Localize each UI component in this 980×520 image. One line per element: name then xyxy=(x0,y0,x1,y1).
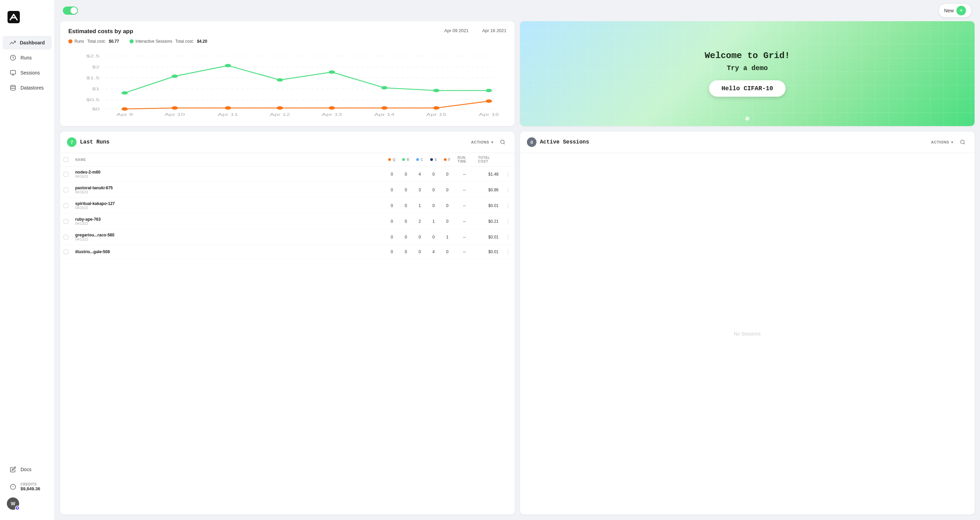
svg-point-42 xyxy=(381,106,388,110)
run-c: 1 xyxy=(413,198,427,213)
svg-point-32 xyxy=(277,78,283,82)
demo-button[interactable]: Hello CIFAR-10 xyxy=(709,80,785,97)
table-header-row: NAME Q R C S xyxy=(60,153,515,166)
col-runtime-header: RUN TIME xyxy=(454,153,475,166)
table-row[interactable]: pastoral-tanuki-675 04/16/21 0 0 3 0 0 -… xyxy=(60,182,515,198)
run-name: spiritual-kakapo-127 xyxy=(75,201,381,206)
sidebar-bottom: Docs CREDITS $9,849.36 W xyxy=(0,459,54,513)
run-r: 0 xyxy=(399,198,413,213)
run-c: 4 xyxy=(413,166,427,182)
plus-icon: + xyxy=(956,6,966,15)
run-name-cell: spiritual-kakapo-127 04/15/21 xyxy=(72,198,385,213)
svg-point-35 xyxy=(433,89,439,92)
table-row[interactable]: ruby-ape-763 04/13/21 0 0 2 1 0 -- $0.21… xyxy=(60,213,515,229)
header-checkbox[interactable] xyxy=(64,157,68,162)
run-cost: $0.01 xyxy=(475,198,502,213)
run-q: 0 xyxy=(385,198,399,213)
svg-point-29 xyxy=(122,91,128,95)
three-dots-icon[interactable]: ⋮ xyxy=(505,171,511,177)
run-s: 0 xyxy=(427,229,441,245)
run-c: 2 xyxy=(413,213,427,229)
svg-point-36 xyxy=(486,89,492,92)
sidebar-item-dashboard[interactable]: Dashboard xyxy=(3,36,52,49)
sidebar-item-sessions-label: Sessions xyxy=(21,70,40,75)
new-button[interactable]: New + xyxy=(938,3,972,18)
svg-point-34 xyxy=(381,86,388,89)
run-f: 0 xyxy=(441,198,454,213)
three-dots-icon[interactable]: ⋮ xyxy=(505,234,511,240)
run-s: 4 xyxy=(427,245,441,259)
chevron-down-icon: ▼ xyxy=(951,140,954,144)
three-dots-icon[interactable]: ⋮ xyxy=(505,203,511,208)
credits-info: CREDITS $9,849.36 xyxy=(21,482,40,491)
runs-title: Last Runs xyxy=(80,139,468,145)
toggle-track[interactable] xyxy=(63,6,78,15)
legend-label-runs: Runs xyxy=(75,39,84,44)
svg-point-47 xyxy=(961,140,964,144)
run-menu[interactable]: ⋮ xyxy=(502,182,515,198)
runs-search-button[interactable] xyxy=(498,137,508,147)
row-checkbox[interactable] xyxy=(64,219,68,224)
new-button-label: New xyxy=(944,8,954,13)
svg-text:Apr 11: Apr 11 xyxy=(218,112,238,116)
credits-label: CREDITS xyxy=(21,482,40,486)
row-checkbox[interactable] xyxy=(64,172,68,177)
table-row[interactable]: spiritual-kakapo-127 04/15/21 0 0 1 0 0 … xyxy=(60,198,515,213)
run-menu[interactable]: ⋮ xyxy=(502,198,515,213)
col-check-all[interactable] xyxy=(60,153,72,166)
col-menu-header xyxy=(502,153,515,166)
credits-amount: $9,849.36 xyxy=(21,486,40,491)
toggle-switch[interactable] xyxy=(63,6,78,15)
sidebar-item-datastores[interactable]: Datastores xyxy=(3,81,52,95)
run-name: gregariou...raco-580 xyxy=(75,233,381,237)
table-row[interactable]: illustrio...gale-508 0 0 0 4 0 -- $0.01 … xyxy=(60,245,515,259)
sessions-actions-button[interactable]: ACTIONS ▼ xyxy=(931,140,954,144)
run-name-cell: ruby-ape-763 04/13/21 xyxy=(72,213,385,229)
svg-point-38 xyxy=(172,106,178,110)
run-q: 0 xyxy=(385,182,399,198)
sessions-search-button[interactable] xyxy=(958,137,968,147)
col-cost-header: TOTAL COST xyxy=(475,153,502,166)
svg-text:$0.5: $0.5 xyxy=(86,98,99,102)
legend-cost-label-runs: Total cost: xyxy=(86,39,107,44)
row-checkbox[interactable] xyxy=(64,235,68,240)
three-dots-icon[interactable]: ⋮ xyxy=(505,218,511,224)
sidebar-item-docs[interactable]: Docs xyxy=(3,463,52,476)
run-menu[interactable]: ⋮ xyxy=(502,213,515,229)
avatar[interactable]: W xyxy=(7,498,19,510)
table-row[interactable]: nodes-2-m60 04/16/21 0 0 4 0 0 -- $1.48 … xyxy=(60,166,515,182)
svg-point-40 xyxy=(277,106,283,110)
run-f: 0 xyxy=(441,182,454,198)
three-dots-icon[interactable]: ⋮ xyxy=(505,187,511,193)
active-sessions-card: 0 Active Sessions ACTIONS ▼ No Sessio xyxy=(520,132,975,515)
sidebar-item-sessions[interactable]: Sessions xyxy=(3,66,52,80)
sidebar-item-runs[interactable]: Runs xyxy=(3,51,52,65)
run-menu[interactable]: ⋮ xyxy=(502,166,515,182)
svg-line-46 xyxy=(504,143,505,144)
runs-actions-button[interactable]: ACTIONS ▼ xyxy=(471,140,494,144)
col-q-header: Q xyxy=(385,153,399,166)
row-checkbox[interactable] xyxy=(64,188,68,192)
run-menu[interactable]: ⋮ xyxy=(502,229,515,245)
run-name: illustrio...gale-508 xyxy=(75,250,381,254)
row-checkbox[interactable] xyxy=(64,203,68,208)
run-menu[interactable]: ⋮ xyxy=(502,245,515,259)
svg-point-5 xyxy=(11,86,15,87)
run-date: 04/16/21 xyxy=(75,190,381,194)
table-row[interactable]: gregariou...raco-580 04/12/21 0 0 0 0 1 … xyxy=(60,229,515,245)
svg-rect-2 xyxy=(11,70,16,74)
run-time: -- xyxy=(454,229,475,245)
row-checkbox[interactable] xyxy=(64,250,68,254)
welcome-title: Welcome to Grid! xyxy=(705,51,790,61)
run-name-cell: illustrio...gale-508 xyxy=(72,245,385,259)
run-c: 0 xyxy=(413,229,427,245)
run-cost: $0.01 xyxy=(475,229,502,245)
col-r-header: R xyxy=(399,153,413,166)
svg-text:Apr 10: Apr 10 xyxy=(165,112,185,116)
legend-dot-runs xyxy=(68,39,72,43)
three-dots-icon[interactable]: ⋮ xyxy=(505,249,511,254)
run-cost: $0.01 xyxy=(475,245,502,259)
chart-date-start: Apr 09 2021 xyxy=(444,28,468,33)
svg-text:Apr 14: Apr 14 xyxy=(374,112,395,116)
run-time: -- xyxy=(454,182,475,198)
